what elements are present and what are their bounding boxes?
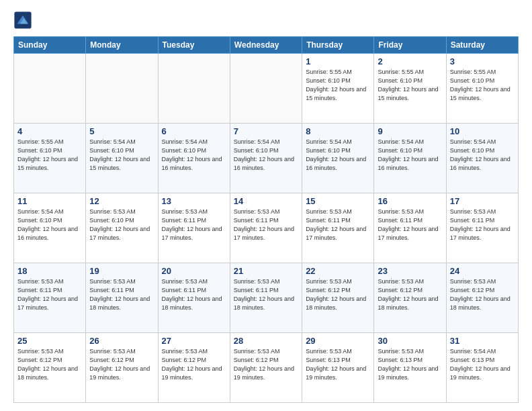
table-row: 24Sunrise: 5:53 AMSunset: 6:12 PMDayligh…	[446, 263, 518, 333]
col-header-saturday: Saturday	[446, 37, 518, 54]
day-info: Sunrise: 5:54 AMSunset: 6:10 PMDaylight:…	[17, 208, 82, 242]
day-number: 19	[89, 266, 154, 276]
day-number: 23	[378, 266, 442, 276]
day-info: Sunrise: 5:53 AMSunset: 6:13 PMDaylight:…	[378, 347, 442, 382]
table-row: 13Sunrise: 5:53 AMSunset: 6:11 PMDayligh…	[158, 193, 230, 263]
table-row: 29Sunrise: 5:53 AMSunset: 6:13 PMDayligh…	[302, 333, 374, 403]
day-number: 6	[162, 126, 226, 136]
table-row: 26Sunrise: 5:53 AMSunset: 6:12 PMDayligh…	[86, 333, 158, 403]
table-row: 9Sunrise: 5:54 AMSunset: 6:10 PMDaylight…	[374, 124, 446, 193]
day-info: Sunrise: 5:55 AMSunset: 6:10 PMDaylight:…	[378, 68, 442, 103]
table-row	[230, 54, 302, 124]
logo	[13, 11, 35, 30]
day-info: Sunrise: 5:53 AMSunset: 6:11 PMDaylight:…	[378, 208, 442, 242]
table-row: 27Sunrise: 5:53 AMSunset: 6:12 PMDayligh…	[158, 333, 230, 403]
day-number: 10	[450, 126, 515, 136]
day-number: 1	[306, 56, 370, 66]
day-number: 3	[450, 56, 515, 66]
day-info: Sunrise: 5:54 AMSunset: 6:10 PMDaylight:…	[234, 138, 298, 173]
day-number: 22	[306, 266, 370, 276]
day-info: Sunrise: 5:53 AMSunset: 6:11 PMDaylight:…	[89, 277, 154, 312]
day-info: Sunrise: 5:54 AMSunset: 6:10 PMDaylight:…	[306, 138, 370, 173]
day-info: Sunrise: 5:55 AMSunset: 6:10 PMDaylight:…	[306, 68, 370, 103]
day-info: Sunrise: 5:53 AMSunset: 6:11 PMDaylight:…	[17, 277, 82, 312]
table-row	[158, 54, 230, 124]
table-row: 19Sunrise: 5:53 AMSunset: 6:11 PMDayligh…	[86, 263, 158, 333]
table-row	[86, 54, 158, 124]
day-number: 24	[450, 266, 515, 276]
day-info: Sunrise: 5:53 AMSunset: 6:12 PMDaylight:…	[17, 347, 82, 382]
day-number: 4	[17, 126, 82, 136]
day-number: 13	[162, 196, 226, 206]
col-header-sunday: Sunday	[14, 37, 86, 54]
day-info: Sunrise: 5:54 AMSunset: 6:13 PMDaylight:…	[450, 347, 515, 382]
day-number: 11	[17, 196, 82, 206]
table-row: 14Sunrise: 5:53 AMSunset: 6:11 PMDayligh…	[230, 193, 302, 263]
col-header-wednesday: Wednesday	[230, 37, 302, 54]
day-info: Sunrise: 5:54 AMSunset: 6:10 PMDaylight:…	[89, 138, 154, 173]
table-row	[14, 54, 86, 124]
day-info: Sunrise: 5:53 AMSunset: 6:10 PMDaylight:…	[89, 208, 154, 242]
day-number: 2	[378, 56, 442, 66]
day-number: 9	[378, 126, 442, 136]
day-info: Sunrise: 5:54 AMSunset: 6:10 PMDaylight:…	[378, 138, 442, 173]
day-info: Sunrise: 5:53 AMSunset: 6:11 PMDaylight:…	[450, 208, 515, 242]
table-row: 5Sunrise: 5:54 AMSunset: 6:10 PMDaylight…	[86, 124, 158, 193]
day-info: Sunrise: 5:53 AMSunset: 6:12 PMDaylight:…	[162, 347, 226, 382]
day-info: Sunrise: 5:53 AMSunset: 6:11 PMDaylight:…	[162, 277, 226, 312]
day-info: Sunrise: 5:53 AMSunset: 6:11 PMDaylight:…	[306, 208, 370, 242]
table-row: 3Sunrise: 5:55 AMSunset: 6:10 PMDaylight…	[446, 54, 518, 124]
day-info: Sunrise: 5:53 AMSunset: 6:12 PMDaylight:…	[306, 277, 370, 312]
table-row: 20Sunrise: 5:53 AMSunset: 6:11 PMDayligh…	[158, 263, 230, 333]
day-number: 5	[89, 126, 154, 136]
day-number: 30	[378, 336, 442, 346]
table-row: 7Sunrise: 5:54 AMSunset: 6:10 PMDaylight…	[230, 124, 302, 193]
col-header-tuesday: Tuesday	[158, 37, 230, 54]
page: SundayMondayTuesdayWednesdayThursdayFrid…	[0, 0, 532, 411]
col-header-monday: Monday	[86, 37, 158, 54]
table-row: 8Sunrise: 5:54 AMSunset: 6:10 PMDaylight…	[302, 124, 374, 193]
day-info: Sunrise: 5:53 AMSunset: 6:11 PMDaylight:…	[162, 208, 226, 242]
day-info: Sunrise: 5:53 AMSunset: 6:12 PMDaylight:…	[378, 277, 442, 312]
day-number: 26	[89, 336, 154, 346]
day-number: 8	[306, 126, 370, 136]
day-info: Sunrise: 5:53 AMSunset: 6:11 PMDaylight:…	[234, 277, 298, 312]
day-number: 25	[17, 336, 82, 346]
day-info: Sunrise: 5:53 AMSunset: 6:13 PMDaylight:…	[306, 347, 370, 382]
table-row: 2Sunrise: 5:55 AMSunset: 6:10 PMDaylight…	[374, 54, 446, 124]
day-number: 17	[450, 196, 515, 206]
day-number: 12	[89, 196, 154, 206]
table-row: 22Sunrise: 5:53 AMSunset: 6:12 PMDayligh…	[302, 263, 374, 333]
day-number: 16	[378, 196, 442, 206]
day-number: 29	[306, 336, 370, 346]
logo-icon	[13, 11, 32, 30]
table-row: 31Sunrise: 5:54 AMSunset: 6:13 PMDayligh…	[446, 333, 518, 403]
day-info: Sunrise: 5:55 AMSunset: 6:10 PMDaylight:…	[17, 138, 82, 173]
table-row: 17Sunrise: 5:53 AMSunset: 6:11 PMDayligh…	[446, 193, 518, 263]
table-row: 12Sunrise: 5:53 AMSunset: 6:10 PMDayligh…	[86, 193, 158, 263]
day-info: Sunrise: 5:53 AMSunset: 6:12 PMDaylight:…	[89, 347, 154, 382]
day-number: 15	[306, 196, 370, 206]
col-header-friday: Friday	[374, 37, 446, 54]
day-number: 18	[17, 266, 82, 276]
table-row: 4Sunrise: 5:55 AMSunset: 6:10 PMDaylight…	[14, 124, 86, 193]
table-row: 6Sunrise: 5:54 AMSunset: 6:10 PMDaylight…	[158, 124, 230, 193]
table-row: 30Sunrise: 5:53 AMSunset: 6:13 PMDayligh…	[374, 333, 446, 403]
table-row: 23Sunrise: 5:53 AMSunset: 6:12 PMDayligh…	[374, 263, 446, 333]
table-row: 10Sunrise: 5:54 AMSunset: 6:10 PMDayligh…	[446, 124, 518, 193]
day-number: 31	[450, 336, 515, 346]
table-row: 11Sunrise: 5:54 AMSunset: 6:10 PMDayligh…	[14, 193, 86, 263]
table-row: 25Sunrise: 5:53 AMSunset: 6:12 PMDayligh…	[14, 333, 86, 403]
day-info: Sunrise: 5:53 AMSunset: 6:12 PMDaylight:…	[234, 347, 298, 382]
table-row: 16Sunrise: 5:53 AMSunset: 6:11 PMDayligh…	[374, 193, 446, 263]
day-number: 7	[234, 126, 298, 136]
day-info: Sunrise: 5:53 AMSunset: 6:12 PMDaylight:…	[450, 277, 515, 312]
day-number: 27	[162, 336, 226, 346]
table-row: 28Sunrise: 5:53 AMSunset: 6:12 PMDayligh…	[230, 333, 302, 403]
day-info: Sunrise: 5:54 AMSunset: 6:10 PMDaylight:…	[450, 138, 515, 173]
day-info: Sunrise: 5:54 AMSunset: 6:10 PMDaylight:…	[162, 138, 226, 173]
table-row: 18Sunrise: 5:53 AMSunset: 6:11 PMDayligh…	[14, 263, 86, 333]
day-info: Sunrise: 5:55 AMSunset: 6:10 PMDaylight:…	[450, 68, 515, 103]
calendar-table: SundayMondayTuesdayWednesdayThursdayFrid…	[13, 36, 519, 403]
day-number: 14	[234, 196, 298, 206]
